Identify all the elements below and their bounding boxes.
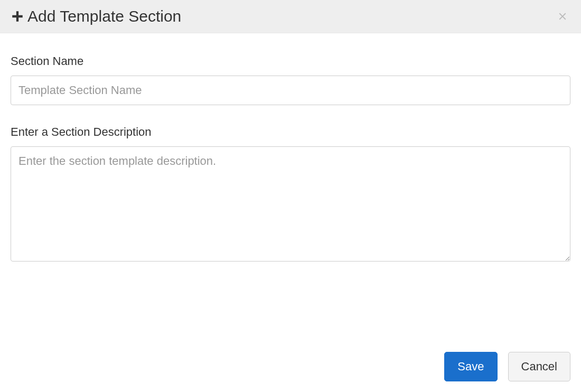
section-description-textarea[interactable]	[11, 146, 570, 262]
modal-title-wrap: Add Template Section	[11, 7, 181, 25]
modal-header: Add Template Section	[0, 0, 581, 33]
section-description-group: Enter a Section Description	[11, 125, 570, 264]
save-button[interactable]: Save	[444, 352, 497, 381]
section-description-label: Enter a Section Description	[11, 125, 570, 139]
section-name-label: Section Name	[11, 54, 570, 68]
plus-icon	[11, 10, 24, 23]
modal-container: Add Template Section Section Name Enter …	[0, 0, 581, 392]
section-name-input[interactable]	[11, 76, 570, 105]
cancel-button[interactable]: Cancel	[508, 352, 570, 381]
close-icon[interactable]	[555, 8, 570, 24]
modal-title: Add Template Section	[27, 7, 181, 25]
modal-footer: Save Cancel	[0, 341, 581, 392]
modal-body: Section Name Enter a Section Description	[0, 33, 581, 294]
section-name-group: Section Name	[11, 54, 570, 105]
